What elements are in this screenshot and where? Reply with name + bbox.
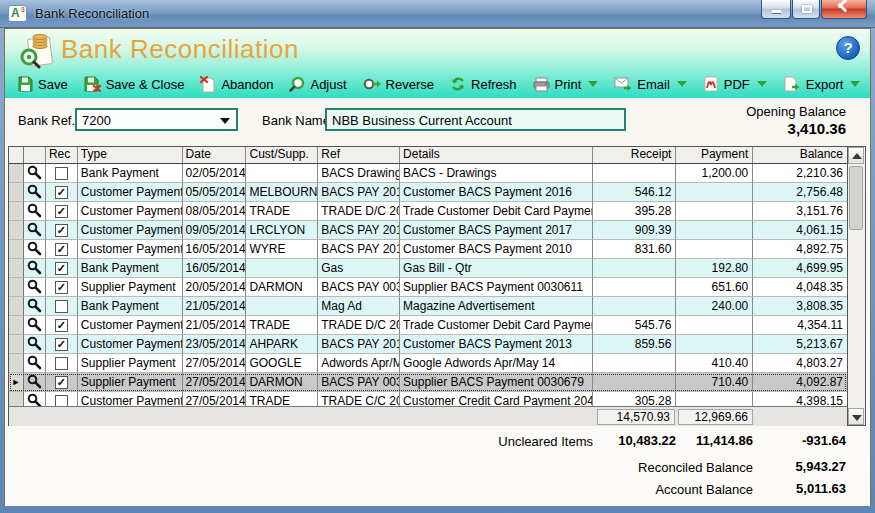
- row-indicator[interactable]: [9, 316, 24, 335]
- cell-receipt[interactable]: [593, 297, 677, 316]
- cell-date[interactable]: 27/05/2014: [183, 392, 247, 406]
- minimize-button[interactable]: [761, 0, 791, 19]
- maximize-button[interactable]: [792, 0, 820, 19]
- cell-balance[interactable]: 4,354.11: [753, 316, 847, 335]
- pdf-dropdown-icon[interactable]: [757, 81, 767, 87]
- cell-type[interactable]: Customer Payment: [78, 221, 183, 240]
- cell-balance[interactable]: 4,803.27: [753, 354, 847, 373]
- table-row[interactable]: ►✓Supplier Payment27/05/2014DARMONBACS P…: [9, 373, 847, 392]
- table-row[interactable]: ✓Supplier Payment20/05/2014DARMONBACS PA…: [9, 278, 847, 297]
- rec-checkbox-unchecked[interactable]: [55, 300, 68, 313]
- col-header-ref[interactable]: Ref: [318, 147, 400, 163]
- cell-payment[interactable]: [676, 202, 753, 221]
- scrollbar-thumb[interactable]: [849, 166, 863, 230]
- cell-date[interactable]: 16/05/2014: [183, 259, 247, 278]
- cell-receipt[interactable]: [593, 164, 677, 183]
- cell-payment[interactable]: 240.00: [676, 297, 753, 316]
- table-row[interactable]: ✓Bank Payment16/05/2014GasGas Bill - Qtr…: [9, 259, 847, 278]
- cell-balance[interactable]: 4,048.35: [753, 278, 847, 297]
- row-indicator[interactable]: [9, 164, 24, 183]
- cell-receipt[interactable]: 831.60: [593, 240, 677, 259]
- cell-balance[interactable]: 4,892.75: [753, 240, 847, 259]
- cell-balance[interactable]: 4,398.15: [753, 392, 847, 406]
- cell-details[interactable]: Gas Bill - Qtr: [400, 259, 593, 278]
- reverse-button[interactable]: Reverse: [363, 76, 434, 92]
- cell-details[interactable]: Customer BACS Payment 2016: [400, 183, 593, 202]
- cell-details[interactable]: BACS - Drawings: [400, 164, 593, 183]
- cell-balance[interactable]: 3,808.35: [753, 297, 847, 316]
- cell-ref[interactable]: Mag Ad: [318, 297, 400, 316]
- cell-cust[interactable]: LRCLYON: [246, 221, 318, 240]
- cell-date[interactable]: 27/05/2014: [183, 373, 247, 392]
- cell-details[interactable]: Trade Customer Debit Card Payment 20: [400, 202, 593, 221]
- rec-checkbox-checked[interactable]: ✓: [55, 243, 68, 256]
- cell-date[interactable]: 20/05/2014: [183, 278, 247, 297]
- cell-balance[interactable]: 4,092.87: [753, 373, 847, 392]
- cell-receipt[interactable]: 305.28: [593, 392, 677, 406]
- cell-cust[interactable]: WYRE: [246, 240, 318, 259]
- cell-ref[interactable]: BACS Drawings: [318, 164, 400, 183]
- cell-cust[interactable]: TRADE: [246, 392, 318, 406]
- export-dropdown-icon[interactable]: [850, 81, 860, 87]
- rec-checkbox-cell[interactable]: ✓: [46, 316, 78, 335]
- cell-receipt[interactable]: 859.56: [593, 335, 677, 354]
- row-indicator[interactable]: [9, 202, 24, 221]
- table-row[interactable]: ✓Customer Payment16/05/2014WYREBACS PAY …: [9, 240, 847, 259]
- cell-ref[interactable]: BACS PAY 2010: [318, 240, 400, 259]
- cell-balance[interactable]: 4,699.95: [753, 259, 847, 278]
- cell-details[interactable]: Customer BACS Payment 2010: [400, 240, 593, 259]
- cell-date[interactable]: 02/05/2014: [183, 164, 247, 183]
- row-indicator[interactable]: [9, 354, 24, 373]
- cell-balance[interactable]: 4,061.15: [753, 221, 847, 240]
- cell-details[interactable]: Customer BACS Payment 2013: [400, 335, 593, 354]
- scroll-down-button[interactable]: [848, 408, 864, 425]
- col-header-date[interactable]: Date: [183, 147, 247, 163]
- cell-type[interactable]: Customer Payment: [78, 183, 183, 202]
- table-row[interactable]: Bank Payment21/05/2014Mag AdMagazine Adv…: [9, 297, 847, 316]
- table-row[interactable]: ✓Customer Payment09/05/2014LRCLYONBACS P…: [9, 221, 847, 240]
- cell-cust[interactable]: [246, 164, 318, 183]
- cell-type[interactable]: Customer Payment: [78, 392, 183, 406]
- rec-checkbox-cell[interactable]: ✓: [46, 183, 78, 202]
- cell-ref[interactable]: TRADE D/C 2044: [318, 202, 400, 221]
- cell-date[interactable]: 16/05/2014: [183, 240, 247, 259]
- col-header-cust-supp[interactable]: Cust/Supp.: [246, 147, 318, 163]
- col-header-payment[interactable]: Payment: [676, 147, 753, 163]
- save-button[interactable]: Save: [17, 76, 68, 92]
- pdf-button[interactable]: PDF: [703, 76, 767, 92]
- magnifier-icon[interactable]: [24, 221, 46, 240]
- cell-details[interactable]: Google Adwords Apr/May 14: [400, 354, 593, 373]
- magnifier-icon[interactable]: [24, 297, 46, 316]
- cell-payment[interactable]: [676, 316, 753, 335]
- cell-type[interactable]: Supplier Payment: [78, 354, 183, 373]
- magnifier-icon[interactable]: [24, 202, 46, 221]
- cell-date[interactable]: 23/05/2014: [183, 335, 247, 354]
- rec-checkbox-checked[interactable]: ✓: [55, 262, 68, 275]
- abandon-button[interactable]: Abandon: [200, 76, 273, 93]
- col-header-balance[interactable]: Balance: [753, 147, 847, 163]
- magnifier-icon[interactable]: [24, 240, 46, 259]
- row-indicator[interactable]: [9, 240, 24, 259]
- table-row[interactable]: ✓Customer Payment08/05/2014TRADETRADE D/…: [9, 202, 847, 221]
- bank-ref-dropdown[interactable]: 7200: [75, 108, 238, 131]
- col-header-type[interactable]: Type: [78, 147, 183, 163]
- table-row[interactable]: Bank Payment02/05/2014BACS DrawingsBACS …: [9, 164, 847, 183]
- rec-checkbox-checked[interactable]: ✓: [55, 319, 68, 332]
- cell-details[interactable]: Supplier BACS Payment 0030679: [400, 373, 593, 392]
- table-row[interactable]: ✓Customer Payment23/05/2014AHPARKBACS PA…: [9, 335, 847, 354]
- cell-type[interactable]: Bank Payment: [78, 297, 183, 316]
- cell-payment[interactable]: 710.40: [676, 373, 753, 392]
- row-indicator[interactable]: [9, 392, 24, 406]
- table-row[interactable]: ✓Customer Payment21/05/2014TRADETRADE D/…: [9, 316, 847, 335]
- rec-checkbox-checked[interactable]: ✓: [55, 376, 68, 389]
- cell-ref[interactable]: Gas: [318, 259, 400, 278]
- row-indicator-current[interactable]: ►: [9, 373, 24, 392]
- magnifier-icon[interactable]: [24, 335, 46, 354]
- row-indicator[interactable]: [9, 183, 24, 202]
- rec-checkbox-checked[interactable]: ✓: [55, 186, 68, 199]
- cell-ref[interactable]: BACS PAY 0030: [318, 278, 400, 297]
- rec-checkbox-cell[interactable]: [46, 392, 78, 406]
- row-indicator[interactable]: [9, 297, 24, 316]
- rec-checkbox-cell[interactable]: ✓: [46, 221, 78, 240]
- magnifier-icon[interactable]: [24, 183, 46, 202]
